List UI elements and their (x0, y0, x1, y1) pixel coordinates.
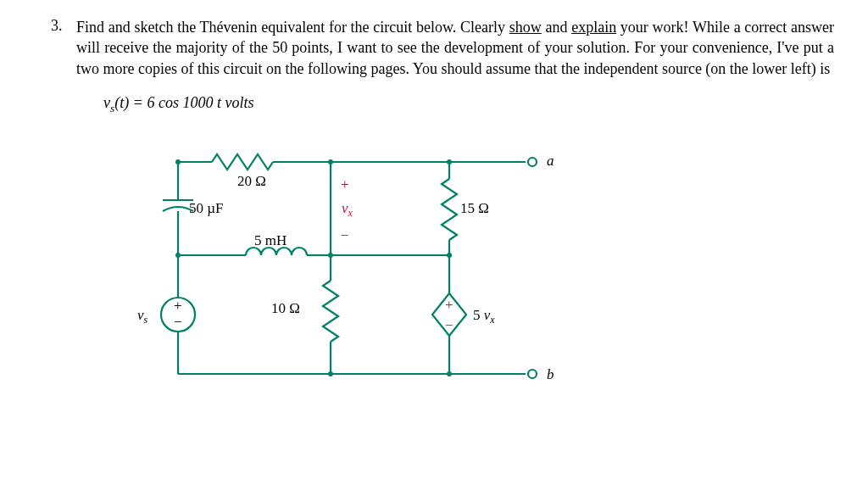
problem-block: 3. Find and sketch the Thévenin equivale… (51, 17, 834, 79)
problem-number: 3. (51, 17, 76, 35)
svg-point-25 (175, 253, 181, 258)
l1-label: 5 mH (254, 232, 287, 248)
vx-plus: + (341, 176, 349, 192)
svg-point-29 (447, 371, 452, 376)
eq-rest: (t) = 6 cos 1000 t volts (114, 94, 253, 111)
dep-plus: + (445, 297, 453, 313)
voltage-equation: vs(t) = 6 cos 1000 t volts (103, 94, 834, 115)
svg-point-27 (447, 253, 452, 258)
vs-minus: − (174, 314, 182, 330)
circuit-svg: .wire { stroke:#008066; stroke-width:2.2… (110, 128, 585, 399)
vs-label: vs (137, 307, 148, 326)
dep-label: 5 vx (473, 307, 495, 326)
eq-var: v (103, 94, 110, 111)
svg-point-24 (447, 159, 452, 164)
terminal-b-label: b (547, 366, 554, 382)
svg-point-22 (175, 159, 181, 164)
dep-minus: − (445, 317, 453, 333)
c1-label: 50 µF (189, 200, 224, 216)
svg-point-26 (328, 253, 333, 258)
problem-statement: Find and sketch the Thévenin equivalent … (76, 17, 834, 79)
text-part-2: and (542, 19, 571, 36)
text-part-1: Find and sketch the Thévenin equivalent … (76, 19, 509, 36)
terminal-b-node (528, 370, 537, 378)
circuit-diagram: .wire { stroke:#008066; stroke-width:2.2… (110, 128, 834, 404)
r2-label: 15 Ω (460, 200, 489, 216)
vs-plus: + (174, 298, 182, 314)
vx-minus: − (341, 227, 349, 243)
vx-var: vx (342, 200, 353, 219)
terminal-a-label: a (547, 153, 554, 169)
underline-explain: explain (571, 19, 616, 36)
terminal-a-node (528, 158, 537, 166)
r1-label: 20 Ω (237, 173, 266, 189)
svg-point-23 (328, 159, 333, 164)
r3-label: 10 Ω (271, 300, 300, 316)
underline-show: show (509, 19, 542, 36)
svg-point-28 (328, 371, 333, 376)
